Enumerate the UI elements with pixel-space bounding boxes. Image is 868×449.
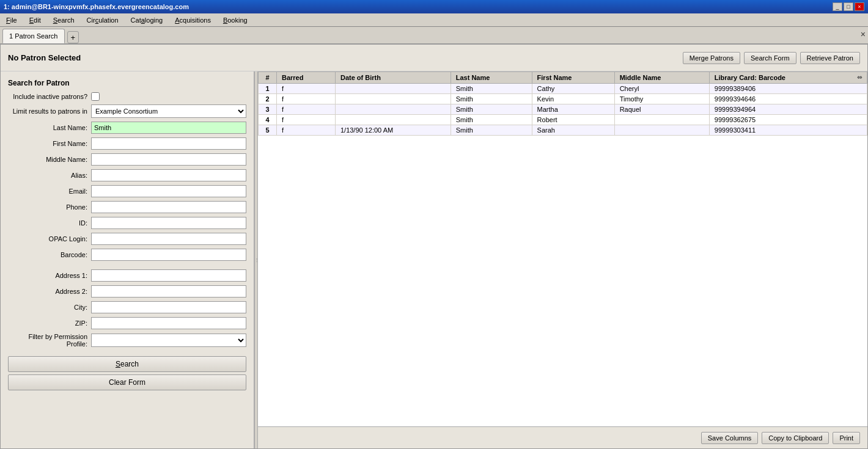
col-resize-icon[interactable]: ⇔	[857, 74, 862, 81]
col-dob[interactable]: Date of Birth	[335, 72, 451, 84]
barcode-label: Barcode:	[8, 251, 87, 258]
results-tbody: 1 f Smith Cathy Cheryl 99999389406 2 f S…	[259, 84, 867, 136]
cell-dob	[335, 84, 451, 94]
first-name-row: First Name:	[8, 137, 246, 150]
cell-firstname: Robert	[532, 115, 614, 125]
include-inactive-checkbox[interactable]	[91, 92, 100, 101]
add-tab-button[interactable]: +	[67, 31, 79, 43]
zip-input[interactable]	[91, 317, 246, 329]
id-input[interactable]	[91, 217, 246, 229]
maximize-button[interactable]: □	[844, 2, 853, 11]
tab-label: 1 Patron Search	[9, 32, 58, 40]
col-middlename[interactable]: Middle Name	[614, 72, 709, 84]
results-table: # Barred Date of Birth Last Name First N…	[258, 71, 867, 136]
results-panel: # Barred Date of Birth Last Name First N…	[258, 71, 867, 448]
table-row[interactable]: 3 f Smith Martha Raquel 99999394964	[259, 104, 867, 115]
retrieve-patron-button[interactable]: Retrieve Patron	[800, 52, 860, 64]
title-bar: 1: admin@BR1-winxpvmfx.phasefx.evergreen…	[0, 0, 868, 13]
menu-file[interactable]: File	[2, 15, 21, 25]
cell-barred: f	[277, 115, 336, 125]
search-button[interactable]: Search	[8, 356, 246, 372]
cell-lastname: Smith	[451, 115, 532, 125]
title-bar-controls[interactable]: _ □ ×	[833, 2, 864, 11]
first-name-label: First Name:	[8, 140, 87, 147]
barcode-input[interactable]	[91, 249, 246, 261]
cell-middlename	[614, 115, 709, 125]
phone-input[interactable]	[91, 201, 246, 213]
menu-cataloging[interactable]: Cataloging	[127, 15, 167, 25]
cell-barred: f	[277, 125, 336, 136]
email-input[interactable]	[91, 185, 246, 197]
opac-login-label: OPAC Login:	[8, 235, 87, 243]
tab-close-icon[interactable]: ×	[861, 29, 866, 39]
permission-profile-label: Filter by Permission Profile:	[8, 333, 87, 348]
cell-lastname: Smith	[451, 84, 532, 94]
city-input[interactable]	[91, 301, 246, 313]
search-section-title: Search for Patron	[8, 79, 246, 87]
minimize-button[interactable]: _	[833, 2, 842, 11]
cell-dob	[335, 94, 451, 104]
include-inactive-label: Include inactive patrons?	[8, 93, 87, 100]
phone-label: Phone:	[8, 203, 87, 211]
opac-login-input[interactable]	[91, 233, 246, 245]
limit-results-row: Limit results to patrons in Example Cons…	[8, 104, 246, 118]
cell-num: 1	[259, 84, 277, 94]
address2-label: Address 2:	[8, 288, 87, 295]
id-label: ID:	[8, 219, 87, 227]
table-row[interactable]: 5 f 1/13/90 12:00 AM Smith Sarah 9999930…	[259, 125, 867, 136]
cell-barcode: 99999394964	[709, 104, 867, 115]
limit-results-select[interactable]: Example Consortium	[91, 104, 246, 118]
cell-firstname: Martha	[532, 104, 614, 115]
col-barcode[interactable]: Library Card: Barcode ⇔	[709, 72, 867, 84]
table-header-row: # Barred Date of Birth Last Name First N…	[259, 72, 867, 84]
search-panel: Search for Patron Include inactive patro…	[1, 71, 254, 448]
search-form-button[interactable]: Search Form	[744, 52, 796, 64]
table-row[interactable]: 2 f Smith Kevin Timothy 99999394646	[259, 94, 867, 104]
menu-edit[interactable]: Edit	[26, 15, 45, 25]
first-name-input[interactable]	[91, 137, 246, 150]
email-row: Email:	[8, 185, 246, 197]
permission-profile-select[interactable]	[91, 334, 246, 347]
col-barred[interactable]: Barred	[277, 72, 336, 84]
alias-label: Alias:	[8, 172, 87, 179]
address2-input[interactable]	[91, 285, 246, 298]
bottom-bar: Save Columns Copy to Clipboard Print	[258, 426, 867, 448]
last-name-input[interactable]	[91, 122, 246, 134]
cell-firstname: Sarah	[532, 125, 614, 136]
zip-row: ZIP:	[8, 317, 246, 329]
menu-booking[interactable]: Booking	[219, 15, 251, 25]
middle-name-row: Middle Name:	[8, 153, 246, 166]
cell-firstname: Kevin	[532, 94, 614, 104]
cell-barred: f	[277, 84, 336, 94]
cell-barcode: 99999389406	[709, 84, 867, 94]
alias-row: Alias:	[8, 169, 246, 181]
cell-num: 5	[259, 125, 277, 136]
middle-name-input[interactable]	[91, 153, 246, 166]
close-window-button[interactable]: ×	[855, 2, 864, 11]
cell-middlename: Cheryl	[614, 84, 709, 94]
col-num: #	[259, 72, 277, 84]
col-firstname[interactable]: First Name	[532, 72, 614, 84]
limit-results-label: Limit results to patrons in	[8, 108, 87, 115]
merge-patrons-button[interactable]: Merge Patrons	[683, 52, 740, 64]
menu-circulation[interactable]: Circulation	[83, 15, 122, 25]
menu-search[interactable]: Search	[50, 15, 78, 25]
cell-dob: 1/13/90 12:00 AM	[335, 125, 451, 136]
cell-barred: f	[277, 104, 336, 115]
clear-form-button[interactable]: Clear Form	[8, 374, 246, 390]
col-lastname[interactable]: Last Name	[451, 72, 532, 84]
cell-barred: f	[277, 94, 336, 104]
address1-input[interactable]	[91, 269, 246, 282]
print-button[interactable]: Print	[833, 432, 860, 444]
patron-search-tab[interactable]: 1 Patron Search	[2, 29, 65, 43]
cell-middlename: Raquel	[614, 104, 709, 115]
menu-acquisitions[interactable]: Acquisitions	[171, 15, 215, 25]
table-row[interactable]: 4 f Smith Robert 99999362675	[259, 115, 867, 125]
copy-to-clipboard-button[interactable]: Copy to Clipboard	[762, 432, 829, 444]
alias-input[interactable]	[91, 169, 246, 181]
cell-lastname: Smith	[451, 104, 532, 115]
title-bar-text: 1: admin@BR1-winxpvmfx.phasefx.evergreen…	[4, 3, 189, 10]
save-columns-button[interactable]: Save Columns	[701, 432, 759, 444]
table-row[interactable]: 1 f Smith Cathy Cheryl 99999389406	[259, 84, 867, 94]
main-window: No Patron Selected Merge Patrons Search …	[0, 44, 868, 449]
